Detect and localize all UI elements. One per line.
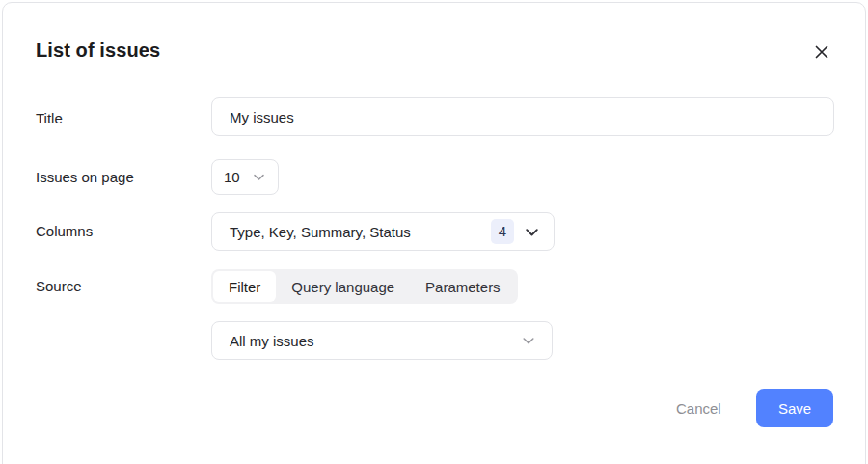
- columns-value: Type, Key, Summary, Status: [230, 224, 491, 240]
- close-button[interactable]: [809, 40, 834, 65]
- cancel-button[interactable]: Cancel: [665, 389, 733, 427]
- source-tabs: Filter Query language Parameters: [211, 269, 518, 304]
- tab-filter[interactable]: Filter: [213, 271, 276, 302]
- dialog-title: List of issues: [36, 40, 160, 62]
- title-input[interactable]: [211, 97, 834, 136]
- columns-label: Columns: [36, 222, 93, 241]
- chevron-down-icon: [521, 333, 536, 348]
- tab-query-language[interactable]: Query language: [276, 271, 410, 302]
- title-field-label: Title: [36, 109, 63, 128]
- close-icon: [814, 44, 829, 60]
- issues-on-page-select[interactable]: 10: [211, 159, 279, 195]
- source-label: Source: [36, 277, 82, 296]
- filter-select[interactable]: All my issues: [211, 321, 553, 360]
- issues-on-page-value: 10: [224, 169, 240, 185]
- chevron-down-icon: [524, 224, 540, 240]
- screen: List of issues Title Issues on page 10 C…: [0, 0, 868, 464]
- filter-select-value: All my issues: [230, 333, 314, 349]
- list-of-issues-dialog: List of issues Title Issues on page 10 C…: [2, 2, 866, 464]
- chevron-down-icon: [252, 170, 266, 184]
- columns-select[interactable]: Type, Key, Summary, Status 4: [211, 212, 555, 251]
- columns-count-badge: 4: [491, 219, 514, 244]
- issues-on-page-label: Issues on page: [36, 168, 134, 187]
- tab-parameters[interactable]: Parameters: [410, 271, 516, 302]
- save-button[interactable]: Save: [756, 389, 833, 427]
